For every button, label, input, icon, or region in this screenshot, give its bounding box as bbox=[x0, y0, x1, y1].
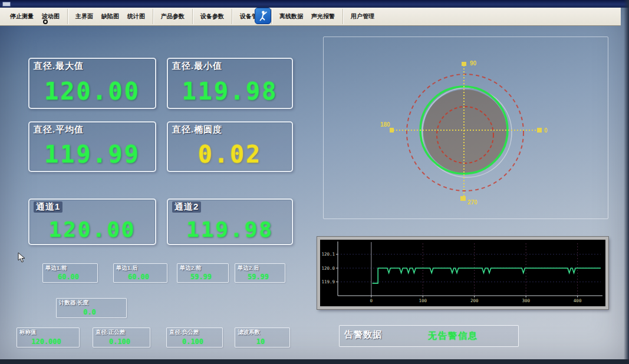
angle-0-label: 0 bbox=[544, 127, 548, 134]
defect-chart-button[interactable]: 缺陷图 bbox=[97, 11, 123, 22]
diameter-min-label: 直径.最小值 bbox=[172, 61, 222, 72]
channel1-value: 120.00 bbox=[29, 215, 155, 244]
diameter-min-value: 119.98 bbox=[168, 74, 292, 108]
diameter-avg-label: 直径.平均值 bbox=[34, 124, 84, 135]
stop-measure-button[interactable]: 停止测量 bbox=[6, 11, 38, 22]
svg-text:200: 200 bbox=[470, 298, 479, 303]
marker-left-tick bbox=[390, 128, 394, 133]
measurement-app-window: 停止测量 波动图 主界面 缺陷图 统计图 产品参数 设备参数 设备管理 离线数据… bbox=[0, 0, 629, 364]
alarm-settings-button[interactable]: 声光报警 bbox=[307, 11, 339, 22]
toolbar-group-measure: 停止测量 波动图 bbox=[2, 9, 68, 24]
cross-section-panel: 90 0 270 180 bbox=[323, 37, 608, 219]
edge2-rear-value: 59.99 bbox=[235, 273, 281, 281]
trend-chart-frame: 120.1120.0119.90100200300400 bbox=[317, 237, 608, 309]
alarm-data-box: 告警数据 无告警信息 bbox=[339, 325, 519, 347]
statistics-chart-button[interactable]: 统计图 bbox=[123, 11, 149, 22]
nominal-label: 标称值 bbox=[19, 329, 37, 336]
ovality-box: 直径.椭圆度 0.02 bbox=[167, 121, 293, 172]
channel2-box: 通道2 119.98 bbox=[167, 198, 293, 245]
minus-tolerance-box: 直径.负公差 0.100 bbox=[166, 327, 223, 348]
mouse-cursor bbox=[18, 252, 26, 263]
screen-edge-right bbox=[624, 0, 629, 364]
diameter-min-box: 直径.最小值 119.98 bbox=[167, 58, 293, 109]
edge2-front-box: 单边2.前 59.99 bbox=[177, 263, 229, 283]
angle-180-label: 180 bbox=[380, 121, 390, 128]
plus-tolerance-box: 直径.正公差 0.100 bbox=[93, 327, 150, 348]
svg-text:300: 300 bbox=[522, 298, 530, 303]
channel1-label: 通道1 bbox=[34, 201, 62, 213]
channel2-label: 通道2 bbox=[172, 201, 201, 213]
svg-text:120.1: 120.1 bbox=[321, 252, 335, 257]
channel2-value: 119.98 bbox=[168, 215, 292, 244]
diameter-max-label: 直径.最大值 bbox=[34, 61, 84, 72]
minus-tolerance-label: 直径.负公差 bbox=[169, 329, 199, 336]
alarm-data-label: 告警数据 bbox=[344, 329, 382, 340]
product-params-button[interactable]: 产品参数 bbox=[157, 11, 189, 22]
svg-text:100: 100 bbox=[419, 298, 427, 303]
diameter-avg-box: 直径.平均值 119.99 bbox=[28, 121, 156, 172]
svg-text:120.0: 120.0 bbox=[321, 266, 335, 271]
counter-value: 0.0 bbox=[57, 308, 123, 316]
edge1-front-value: 60.00 bbox=[43, 273, 94, 281]
screen-edge-bottom bbox=[0, 359, 629, 364]
edge1-rear-label: 单边1.后 bbox=[116, 264, 137, 272]
offline-data-button[interactable]: 离线数据 bbox=[275, 11, 307, 22]
edge2-rear-label: 单边2.后 bbox=[238, 264, 259, 272]
edge1-front-box: 单边1.前 60.00 bbox=[42, 263, 98, 283]
toolbar-group-device-params: 设备参数 bbox=[193, 9, 232, 24]
filter-coeff-value: 10 bbox=[235, 337, 286, 346]
channel1-box: 通道1 120.00 bbox=[28, 198, 156, 245]
diameter-avg-value: 119.99 bbox=[29, 138, 155, 171]
window-app-icon bbox=[2, 2, 11, 6]
skater-person-icon[interactable] bbox=[255, 8, 271, 24]
alarm-data-value: 无告警信息 bbox=[428, 330, 478, 342]
svg-text:400: 400 bbox=[574, 298, 582, 303]
fluctuation-chart-button[interactable]: 波动图 bbox=[38, 11, 64, 22]
ovality-value: 0.02 bbox=[168, 138, 292, 171]
diameter-trend-chart: 120.1120.0119.90100200300400 bbox=[320, 240, 604, 305]
nominal-box: 标称值 120.000 bbox=[17, 327, 80, 348]
edge2-front-label: 单边2.前 bbox=[180, 264, 201, 272]
edge1-front-label: 单边1.前 bbox=[45, 264, 67, 272]
counter-box: 计数器.长度 0.0 bbox=[56, 298, 127, 318]
diameter-max-box: 直径.最大值 120.00 bbox=[28, 58, 156, 109]
toolbar-group-product: 产品参数 bbox=[153, 9, 193, 24]
edge1-rear-value: 60.00 bbox=[114, 273, 163, 281]
minus-tolerance-value: 0.100 bbox=[167, 337, 219, 346]
plus-tolerance-label: 直径.正公差 bbox=[95, 329, 125, 336]
edge2-rear-box: 单边2.后 59.99 bbox=[235, 263, 285, 283]
device-params-button[interactable]: 设备参数 bbox=[196, 11, 228, 22]
toolbar: 停止测量 波动图 主界面 缺陷图 统计图 产品参数 设备参数 设备管理 离线数据… bbox=[0, 8, 621, 26]
angle-270-label: 270 bbox=[467, 199, 477, 206]
toolbar-group-views: 主界面 缺陷图 统计图 bbox=[68, 9, 153, 24]
toolbar-group-data: 离线数据 声光报警 bbox=[272, 9, 343, 24]
marker-bottom-tick bbox=[460, 196, 466, 201]
main-screen-button[interactable]: 主界面 bbox=[71, 11, 97, 22]
user-manage-button[interactable]: 用户管理 bbox=[347, 11, 378, 22]
active-view-indicator bbox=[43, 19, 48, 24]
cross-section-plot: 90 0 270 180 bbox=[324, 37, 608, 219]
filter-coeff-label: 滤波系数 bbox=[238, 329, 260, 336]
edge2-front-value: 59.99 bbox=[177, 273, 225, 281]
person-figure-icon bbox=[256, 9, 269, 22]
angle-90-label: 90 bbox=[470, 60, 477, 67]
toolbar-group-user: 用户管理 bbox=[343, 9, 382, 24]
edge1-rear-box: 单边1.后 60.00 bbox=[113, 263, 167, 283]
title-bar bbox=[0, 0, 629, 8]
svg-text:119.9: 119.9 bbox=[321, 279, 335, 284]
counter-label: 计数器.长度 bbox=[59, 299, 88, 307]
nominal-value: 120.000 bbox=[17, 337, 75, 346]
plus-tolerance-value: 0.100 bbox=[93, 337, 146, 346]
marker-right-tick bbox=[537, 128, 542, 133]
ovality-label: 直径.椭圆度 bbox=[172, 124, 222, 135]
diameter-max-value: 120.00 bbox=[29, 74, 155, 108]
svg-text:0: 0 bbox=[370, 298, 373, 303]
filter-coeff-box: 滤波系数 10 bbox=[235, 327, 290, 348]
marker-top-tick bbox=[462, 62, 466, 66]
